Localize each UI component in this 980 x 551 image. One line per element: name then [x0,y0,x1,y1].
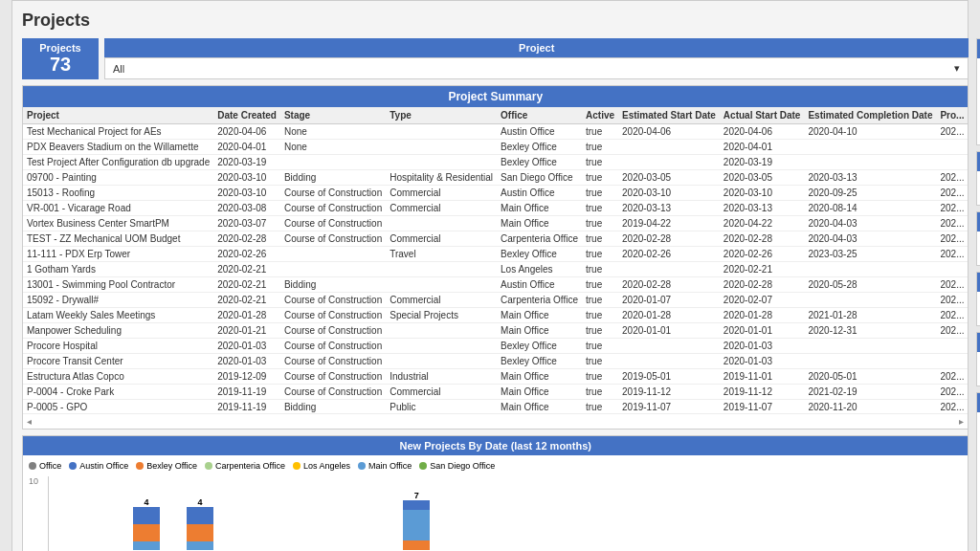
table-cell: 2020-03-19 [720,155,805,170]
table-cell: 2020-03-10 [213,170,280,186]
table-cell: 1 Gotham Yards [23,262,213,277]
table-cell: Bexley Office [497,354,582,369]
table-row[interactable]: 15092 - Drywall#2020-02-21Course of Cons… [23,293,968,308]
table-row[interactable]: 15013 - Roofing2020-03-10Course of Const… [23,186,968,201]
bar-segment [133,541,160,550]
bar-segment [133,507,160,524]
table-row[interactable]: Test Mechanical Project for AEs2020-04-0… [23,124,968,140]
table-cell: 2019-11-07 [618,400,720,414]
table-cell: true [582,339,618,354]
bar-group: 42019 June [175,497,225,551]
table-cell: 2020-01-07 [618,293,720,308]
table-cell: Bidding [280,170,386,186]
projects-by-stage-panel: Projects By Stage [976,38,980,145]
table-cell: None [280,140,386,155]
legend-dot [419,462,427,470]
table-row[interactable]: Latam Weekly Sales Meetings2020-01-28Cou… [23,308,968,323]
table-cell: true [582,369,618,385]
table-cell [386,354,497,369]
chart-legend-item: Main Office [358,461,412,471]
col-est-completion: Estimated Completion Date [804,107,936,124]
legend-dot [69,462,77,470]
table-cell: 2020-08-14 [804,201,936,216]
table-row[interactable]: VR-001 - Vicarage Road2020-03-08Course o… [23,201,968,216]
table-cell: Industrial [386,369,497,385]
table-cell: Travel [386,247,497,262]
table-cell: 2020-03-13 [618,201,720,216]
table-row[interactable]: Vortex Business Center SmartPM2020-03-07… [23,216,968,231]
table-cell: Estructura Atlas Copco [23,369,213,385]
scrollbar-indicator[interactable]: ◂ ▸ [23,413,968,429]
table-cell: Commercial [386,385,497,400]
bar-chart-area: 2019 April42019 May42019 June2019 August… [48,476,962,551]
table-cell: 2020-04-06 [213,124,280,140]
table-row[interactable]: Procore Hospital2020-01-03Course of Cons… [23,339,968,354]
table-cell: 2019-11-07 [720,400,805,414]
table-cell [804,262,936,277]
table-cell [618,262,720,277]
table-row[interactable]: Estructura Atlas Copco2019-12-09Course o… [23,369,968,385]
table-cell: 2020-04-03 [804,216,936,231]
table-cell: 11-111 - PDX Erp Tower [23,247,213,262]
table-cell [280,247,386,262]
chart-legend-item: San Diego Office [419,461,495,471]
table-cell: 2020-01-01 [618,323,720,339]
table-cell: 2020-01-28 [618,308,720,323]
bar-stack: 4 [187,497,213,550]
projects-label: Projects [35,42,85,54]
col-stage: Stage [280,107,386,124]
project-filter-dropdown[interactable]: All ▾ [104,57,969,79]
table-cell: 2020-03-19 [213,155,280,170]
legend-dot [293,462,301,470]
table-cell: true [582,323,618,339]
table-cell: 2020-04-01 [213,140,280,155]
table-cell: Commercial [386,201,497,216]
table-row[interactable]: 11-111 - PDX Erp Tower2020-02-26TravelBe… [23,247,968,262]
table-cell: Test Project After Configuration db upgr… [23,155,213,170]
data-table: Project Date Created Stage Type Office A… [23,107,968,413]
bottom-section: New Projects By Date (last 12 months) Of… [22,435,969,551]
table-cell: true [582,186,618,201]
legend-label: Office [39,461,61,471]
table-row[interactable]: 1 Gotham Yards2020-02-21Los Angelestrue2… [23,262,968,277]
table-row[interactable]: 09700 - Painting2020-03-10BiddingHospita… [23,170,968,186]
table-row[interactable]: 13001 - Swimming Pool Contractor2020-02-… [23,277,968,293]
table-row[interactable]: Test Project After Configuration db upgr… [23,155,968,170]
table-row[interactable]: Procore Transit Center2020-01-03Course o… [23,354,968,369]
table-cell: 2020-05-01 [804,369,936,385]
table-cell: 2020-03-13 [720,201,805,216]
table-cell: 2020-01-28 [720,308,805,323]
legend-dot [358,462,366,470]
scroll-right-icon[interactable]: ▸ [959,416,964,427]
table-cell: San Diego Office [497,170,582,186]
table-cell: Bexley Office [497,247,582,262]
scrollable-table[interactable]: Project Date Created Stage Type Office A… [23,107,968,413]
table-row[interactable]: PDX Beavers Stadium on the Willamette202… [23,140,968,155]
table-cell [618,354,720,369]
table-cell: 2019-05-01 [618,369,720,385]
bar-stack: 4 [133,497,160,550]
table-cell [936,155,968,170]
table-cell: Bidding [280,400,386,414]
project-summary-table: Project Summary Project Date Created Sta… [22,85,969,430]
table-cell: 202... [936,170,968,186]
table-cell: None [280,124,386,140]
table-cell [386,262,497,277]
table-row[interactable]: P-0004 - Croke Park2019-11-19Course of C… [23,385,968,400]
bar-segment [187,541,213,550]
table-cell: 2020-02-07 [720,293,805,308]
col-active: Active [582,107,618,124]
table-cell: Course of Construction [280,308,386,323]
table-row[interactable]: P-0005 - GPO2019-11-19BiddingPublicMain … [23,400,968,414]
table-cell: Bexley Office [497,155,582,170]
table-cell: Course of Construction [280,216,386,231]
table-cell: 15013 - Roofing [23,186,213,201]
projects-count-box[interactable]: Projects 73 [22,38,99,79]
table-cell: Main Office [497,369,582,385]
table-cell [804,354,936,369]
scroll-left-icon[interactable]: ◂ [27,416,32,427]
table-row[interactable]: Manpower Scheduling2020-01-21Course of C… [23,323,968,339]
chart-legend-item: Bexley Office [136,461,197,471]
table-row[interactable]: TEST - ZZ Mechanical UOM Budget2020-02-2… [23,231,968,247]
bar-value-label: 4 [187,497,213,507]
